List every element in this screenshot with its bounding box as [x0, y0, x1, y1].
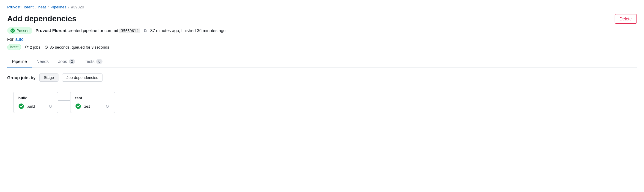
jobs-count: 2 jobs [30, 45, 40, 50]
group-by-stage-button[interactable]: Stage [39, 74, 58, 82]
for-label: For [7, 37, 13, 42]
tags-row: latest ⟳ 2 jobs ⏱ 35 seconds, queued for… [7, 44, 637, 50]
clock-icon: ⏱ [44, 45, 48, 50]
breadcrumb-sep-3: / [68, 5, 69, 9]
tab-tests-label: Tests [85, 59, 95, 64]
breadcrumb-sep-1: / [35, 5, 37, 9]
status-label: Passed [16, 28, 29, 33]
job-build-status-icon [18, 103, 24, 109]
tab-pipeline-label: Pipeline [12, 59, 27, 64]
pipeline-stages: build build ↻ test test ↻ [7, 89, 637, 119]
stage-test: test test ↻ [70, 92, 115, 113]
tab-jobs-count: 2 [69, 59, 75, 64]
tab-jobs-label: Jobs [58, 59, 67, 64]
pipeline-author: Pruvost Florent created pipeline for com… [35, 28, 140, 33]
group-jobs-row: Group jobs by Stage Job dependencies [7, 74, 637, 82]
branch-link[interactable]: auto [15, 37, 23, 42]
stage-build: build build ↻ [13, 92, 58, 113]
tab-needs-label: Needs [37, 59, 49, 64]
tab-tests[interactable]: Tests 0 [80, 56, 107, 68]
latest-badge: latest [7, 44, 21, 50]
tab-pipeline[interactable]: Pipeline [7, 56, 32, 68]
copy-commit-button[interactable]: ⧉ [143, 28, 147, 33]
breadcrumb-pipeline-id: #39820 [71, 5, 84, 9]
breadcrumb-pipelines-link[interactable]: Pipelines [51, 5, 67, 9]
job-build-retry-button[interactable]: ↻ [48, 104, 53, 109]
breadcrumb: Pruvost Florent / heat / Pipelines / #39… [7, 5, 637, 9]
stage-test-name: test [75, 96, 110, 100]
svg-point-0 [10, 28, 15, 33]
stage-connector [58, 100, 70, 101]
connector-line [58, 100, 70, 101]
jobs-info: ⟳ 2 jobs ⏱ 35 seconds, queued for 3 seco… [25, 44, 109, 50]
tabs: Pipeline Needs Jobs 2 Tests 0 [7, 56, 637, 68]
page-title: Add dependencies [7, 14, 76, 23]
jobs-count-item: ⟳ 2 jobs [25, 44, 40, 50]
time-info: 37 minutes ago, finished 36 minutes ago [150, 28, 226, 33]
stage-build-name: build [18, 96, 53, 100]
job-test-name: test [84, 104, 90, 109]
delete-button[interactable]: Delete [615, 14, 637, 24]
job-test: test ↻ [75, 103, 110, 109]
job-test-retry-button[interactable]: ↻ [105, 104, 110, 109]
duration-text: 35 seconds, queued for 3 seconds [49, 45, 109, 50]
duration-item: ⏱ 35 seconds, queued for 3 seconds [44, 45, 109, 50]
group-by-dependencies-button[interactable]: Job dependencies [62, 74, 103, 82]
breadcrumb-sep-2: / [48, 5, 49, 9]
author-name: Pruvost Florent [35, 28, 66, 33]
jobs-cycle-icon: ⟳ [25, 44, 29, 50]
status-badge: Passed [7, 27, 32, 34]
tab-needs[interactable]: Needs [32, 56, 53, 68]
breadcrumb-repo-link[interactable]: heat [38, 5, 46, 9]
job-build-name: build [27, 104, 35, 109]
tab-jobs[interactable]: Jobs 2 [53, 56, 80, 68]
group-jobs-label: Group jobs by [7, 75, 36, 80]
for-row: For auto [7, 37, 637, 42]
tab-tests-count: 0 [96, 59, 102, 64]
job-test-status-icon [75, 103, 81, 109]
action-text: created pipeline for commit [68, 28, 119, 33]
page-header: Add dependencies Delete [7, 14, 637, 24]
breadcrumb-user-link[interactable]: Pruvost Florent [7, 5, 34, 9]
check-circle-icon [10, 28, 15, 33]
job-build: build ↻ [18, 103, 53, 109]
pipeline-meta: Passed Pruvost Florent created pipeline … [7, 27, 637, 34]
commit-hash: 3565961f [119, 28, 140, 33]
